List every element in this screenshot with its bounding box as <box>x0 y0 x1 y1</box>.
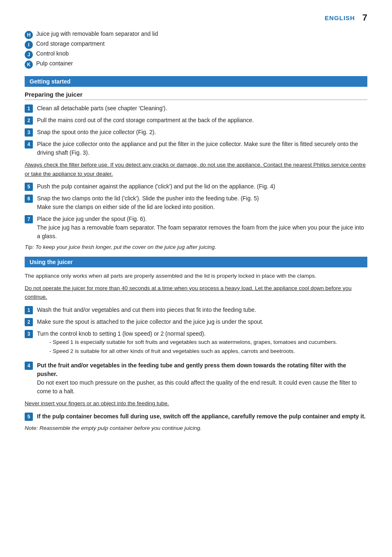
step-item: 6 Snap the two clamps onto the lid ('cli… <box>25 194 367 211</box>
step-badge-1: 1 <box>25 104 33 113</box>
step-item: 1 Clean all detachable parts (see chapte… <box>25 104 367 113</box>
using-step-text-5: If the pulp container becomes full durin… <box>37 412 367 421</box>
item-text: Control knob <box>36 50 69 57</box>
list-item: I Cord storage compartment <box>25 40 367 49</box>
bullet-speed1: Speed 1 is especially suitable for soft … <box>49 338 367 346</box>
warning-filter: Always check the filter before use. If y… <box>25 160 367 178</box>
item-text: Juice jug with removable foam separator … <box>36 30 158 37</box>
page-header: ENGLISH 7 <box>25 12 367 23</box>
using-step-text-3: Turn the control knob to setting 1 (low … <box>37 330 367 358</box>
using-juicer-intro: The appliance only works when all parts … <box>25 272 367 281</box>
step-badge-4: 4 <box>25 140 33 149</box>
step-badge-6: 6 <box>25 195 33 203</box>
preparing-steps: 1 Clean all detachable parts (see chapte… <box>25 104 367 157</box>
step-text-5: Push the pulp container against the appl… <box>37 182 367 191</box>
icon-H: H <box>25 31 33 39</box>
step-item: 7 Place the juice jug under the spout (F… <box>25 215 367 241</box>
step-item: 3 Turn the control knob to setting 1 (lo… <box>25 330 367 358</box>
list-item: J Control knob <box>25 50 367 59</box>
speed-bullets: Speed 1 is especially suitable for soft … <box>49 338 367 356</box>
using-step-text-2: Make sure the spout is attached to the j… <box>37 318 367 326</box>
note-text: Note: Reassemble the empty pulp containe… <box>25 425 367 431</box>
warning-40sec: Do not operate the juicer for more than … <box>25 284 367 302</box>
step-text-6: Snap the two clamps onto the lid ('click… <box>37 194 367 211</box>
item-text: Pulp container <box>36 60 73 67</box>
using-step-text-4: Put the fruit and/or vegetables in the f… <box>37 361 367 396</box>
item-text: Cord storage compartment <box>36 40 105 47</box>
using-step-text-1: Wash the fruit and/or vegetables and cut… <box>37 306 367 314</box>
using-step-badge-4: 4 <box>25 362 33 370</box>
icon-I: I <box>25 41 33 49</box>
step-text-7: Place the juice jug under the spout (Fig… <box>37 215 367 241</box>
step-text-2: Pull the mains cord out of the cord stor… <box>37 116 367 125</box>
using-step-badge-3: 3 <box>25 330 33 338</box>
step-item: 5 Push the pulp container against the ap… <box>25 182 367 191</box>
list-item: K Pulp container <box>25 60 367 69</box>
using-step-badge-1: 1 <box>25 306 33 314</box>
getting-started-header: Getting started <box>25 76 367 87</box>
step-item: 5 If the pulp container becomes full dur… <box>25 412 367 421</box>
step-item: 3 Snap the spout onto the juice collecto… <box>25 128 367 137</box>
step-badge-2: 2 <box>25 116 33 125</box>
tip-text: Tip: To keep your juice fresh longer, pu… <box>25 244 367 250</box>
list-item: H Juice jug with removable foam separato… <box>25 30 367 39</box>
step-item: 1 Wash the fruit and/or vegetables and c… <box>25 306 367 314</box>
step-badge-5: 5 <box>25 183 33 191</box>
using-juicer-header: Using the juicer <box>25 257 367 267</box>
language-label: ENGLISH <box>325 14 355 21</box>
step-item: 4 Place the juice collector onto the app… <box>25 140 367 157</box>
step-text-4: Place the juice collector onto the appli… <box>37 140 367 157</box>
page-number: 7 <box>362 12 367 23</box>
icon-J: J <box>25 51 33 59</box>
step-item: 2 Pull the mains cord out of the cord st… <box>25 116 367 125</box>
using-steps: 1 Wash the fruit and/or vegetables and c… <box>25 306 367 396</box>
step-text-1: Clean all detachable parts (see chapter … <box>37 104 367 113</box>
preparing-steps-2: 5 Push the pulp container against the ap… <box>25 182 367 241</box>
using-step-badge-5: 5 <box>25 413 33 421</box>
step-badge-3: 3 <box>25 128 33 137</box>
bullet-speed2: Speed 2 is suitable for all other kinds … <box>49 347 367 355</box>
step-item: 2 Make sure the spout is attached to the… <box>25 318 367 326</box>
warning-fingers: Never insert your fingers or an object i… <box>25 399 367 408</box>
icon-K: K <box>25 60 33 69</box>
step-text-3: Snap the spout onto the juice collector … <box>37 128 367 137</box>
icon-list: H Juice jug with removable foam separato… <box>25 30 367 69</box>
step-badge-7: 7 <box>25 215 33 223</box>
preparing-juicer-header: Preparing the juicer <box>25 91 367 100</box>
step-item: 4 Put the fruit and/or vegetables in the… <box>25 361 367 396</box>
using-step-badge-2: 2 <box>25 318 33 326</box>
